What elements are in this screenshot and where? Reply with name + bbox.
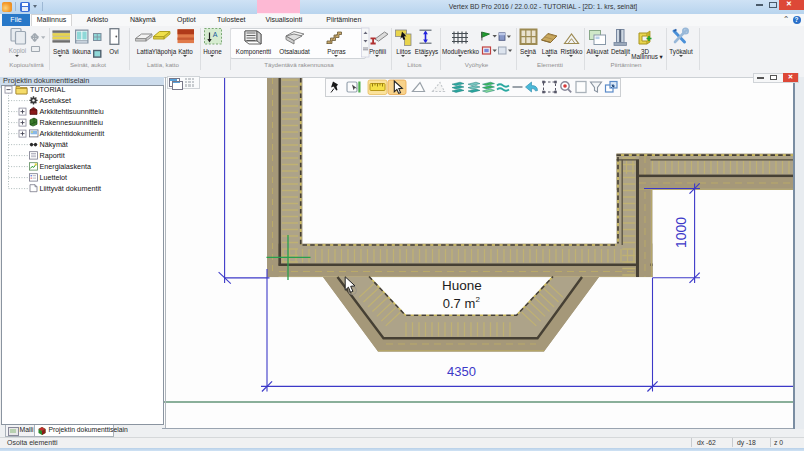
svg-text:Huone: Huone	[442, 278, 482, 293]
svg-text:Asetukset: Asetukset	[40, 96, 72, 105]
svg-text:Näkymät: Näkymät	[40, 140, 68, 149]
svg-text:Liittyvät dokumentit: Liittyvät dokumentit	[40, 184, 102, 193]
svg-text:Raportit: Raportit	[40, 151, 65, 160]
svg-text:TUTORIAL: TUTORIAL	[30, 85, 65, 94]
svg-text:Luettelot: Luettelot	[40, 173, 68, 182]
svg-text:Rakennesuunnittelu: Rakennesuunnittelu	[40, 118, 104, 127]
svg-text:2: 2	[476, 295, 481, 304]
svg-text:1000: 1000	[673, 217, 689, 248]
svg-text:A: A	[213, 31, 218, 38]
svg-text:Arkkitehtisuunnittelu: Arkkitehtisuunnittelu	[40, 107, 104, 116]
svg-text:Arkkitehtidokumentit: Arkkitehtidokumentit	[40, 129, 105, 138]
svg-text:Energialaskenta: Energialaskenta	[40, 162, 92, 171]
svg-text:0.7 m: 0.7 m	[443, 296, 476, 311]
svg-text:4350: 4350	[447, 364, 476, 379]
